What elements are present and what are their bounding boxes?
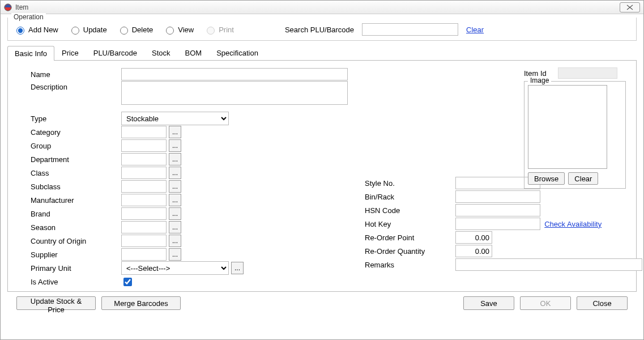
supplier-input[interactable] — [121, 248, 167, 261]
browse-image-button[interactable]: Browse — [528, 172, 565, 185]
update-stock-price-button[interactable]: Update Stock & Price — [16, 296, 96, 310]
country-label: Country of Origin — [31, 237, 121, 245]
type-select[interactable]: Stockable — [121, 112, 229, 125]
radio-view[interactable]: View — [163, 25, 194, 35]
reorder-point-label: Re-Order Point — [365, 233, 455, 242]
primary-unit-label: Primary Unit — [31, 264, 121, 273]
reorder-point-input[interactable] — [455, 231, 492, 244]
operation-legend: Operation — [11, 13, 46, 21]
save-button[interactable]: Save — [463, 296, 514, 310]
supplier-label: Supplier — [31, 250, 121, 259]
description-input[interactable] — [121, 81, 348, 105]
tab-panel-basic: Name Description TypeStockable Category.… — [7, 61, 637, 292]
class-label: Class — [31, 169, 121, 177]
tab-specification[interactable]: Specification — [209, 45, 266, 60]
item-window: Item Operation Add New Update Delete Vie… — [0, 0, 644, 340]
search-plu-input[interactable] — [362, 23, 458, 36]
department-lookup-button[interactable]: ... — [169, 153, 181, 165]
image-placeholder — [528, 85, 607, 169]
is-active-checkbox[interactable] — [123, 278, 132, 286]
app-icon — [4, 3, 12, 11]
clear-image-button[interactable]: Clear — [568, 172, 598, 185]
operation-group: Operation Add New Update Delete View Pri… — [7, 18, 637, 41]
country-lookup-button[interactable]: ... — [169, 235, 181, 247]
brand-input[interactable] — [121, 207, 167, 220]
radio-update[interactable]: Update — [69, 25, 107, 35]
tab-price[interactable]: Price — [54, 45, 86, 60]
close-icon — [626, 5, 634, 10]
primary-unit-lookup-button[interactable]: ... — [231, 262, 244, 274]
group-label: Group — [31, 142, 121, 150]
tab-plu-barcode[interactable]: PLU/Barcode — [86, 45, 144, 60]
radio-print: Print — [204, 25, 234, 35]
class-input[interactable] — [121, 167, 167, 179]
department-input[interactable] — [121, 153, 167, 165]
search-label: Search PLU/Barcode — [285, 26, 354, 34]
style-no-label: Style No. — [365, 179, 455, 188]
manufacturer-lookup-button[interactable]: ... — [169, 194, 181, 206]
group-lookup-button[interactable]: ... — [169, 139, 181, 152]
ok-button: OK — [520, 296, 571, 310]
category-label: Category — [31, 128, 121, 137]
tab-stock[interactable]: Stock — [144, 45, 178, 60]
remarks-input[interactable] — [455, 258, 642, 271]
bottom-toolbar: Update Stock & Price Merge Barcodes Save… — [7, 292, 637, 314]
image-legend: Image — [528, 76, 551, 84]
supplier-lookup-button[interactable]: ... — [169, 248, 181, 261]
tab-basic-info[interactable]: Basic Info — [7, 46, 54, 61]
check-availability-link[interactable]: Check Availability — [544, 220, 602, 228]
season-lookup-button[interactable]: ... — [169, 221, 181, 233]
remarks-label: Remarks — [365, 261, 455, 269]
category-input[interactable] — [121, 126, 167, 138]
window-close-button[interactable] — [620, 2, 640, 12]
manufacturer-input[interactable] — [121, 194, 167, 206]
reorder-qty-input[interactable] — [455, 245, 492, 257]
item-id-display — [558, 67, 617, 79]
close-button[interactable]: Close — [577, 296, 628, 310]
manufacturer-label: Manufacturer — [31, 196, 121, 205]
class-lookup-button[interactable]: ... — [169, 167, 181, 179]
brand-lookup-button[interactable]: ... — [169, 207, 181, 220]
description-label: Description — [31, 81, 121, 91]
type-label: Type — [31, 114, 121, 123]
primary-unit-select[interactable]: <---Select---> — [121, 261, 229, 275]
radio-add-new[interactable]: Add New — [14, 25, 58, 35]
brand-label: Brand — [31, 210, 121, 218]
window-title: Item — [15, 3, 620, 11]
is-active-label: Is Active — [31, 278, 121, 286]
tab-strip: Basic Info Price PLU/Barcode Stock BOM S… — [7, 45, 637, 61]
operation-radio-group: Add New Update Delete View Print — [14, 25, 234, 35]
subclass-lookup-button[interactable]: ... — [169, 180, 181, 193]
tab-bom[interactable]: BOM — [178, 45, 210, 60]
subclass-input[interactable] — [121, 180, 167, 193]
season-input[interactable] — [121, 221, 167, 233]
clear-search-link[interactable]: Clear — [466, 26, 484, 34]
image-group: Image Browse Clear — [524, 81, 626, 189]
hot-key-label: Hot Key — [365, 220, 455, 228]
radio-delete[interactable]: Delete — [117, 25, 153, 35]
season-label: Season — [31, 223, 121, 232]
department-label: Department — [31, 155, 121, 164]
category-lookup-button[interactable]: ... — [169, 126, 181, 138]
bin-rack-label: Bin/Rack — [365, 193, 455, 201]
name-label: Name — [31, 70, 121, 79]
reorder-qty-label: Re-Order Quantity — [365, 247, 455, 256]
subclass-label: Subclass — [31, 182, 121, 191]
country-input[interactable] — [121, 235, 167, 247]
hsn-code-label: HSN Code — [365, 206, 455, 215]
titlebar: Item — [1, 1, 643, 14]
hot-key-input[interactable] — [455, 218, 540, 230]
bin-rack-input[interactable] — [455, 190, 540, 203]
hsn-code-input[interactable] — [455, 204, 540, 216]
merge-barcodes-button[interactable]: Merge Barcodes — [101, 296, 181, 310]
name-input[interactable] — [121, 68, 348, 80]
group-input[interactable] — [121, 139, 167, 152]
